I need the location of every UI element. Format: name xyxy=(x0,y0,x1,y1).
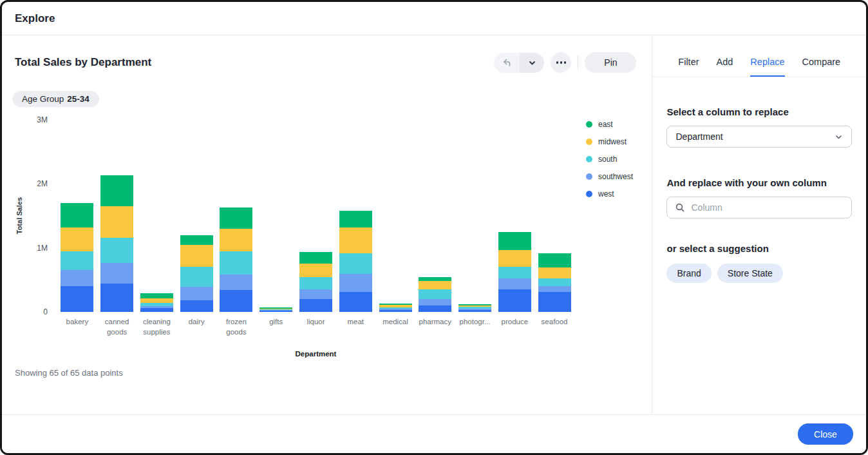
bar-dairy[interactable] xyxy=(180,235,213,312)
toolbar-divider xyxy=(578,55,578,70)
x-tick-label-frozen-goods: frozen goods xyxy=(216,317,256,337)
chevron-down-icon xyxy=(528,59,536,67)
bar-segment-midwest[interactable] xyxy=(538,267,571,279)
bar-segment-midwest[interactable] xyxy=(61,228,93,251)
bar-segment-midwest[interactable] xyxy=(100,206,133,238)
x-axis-title: Department xyxy=(53,350,578,358)
bar-photography[interactable] xyxy=(458,304,491,312)
bar-segment-west[interactable] xyxy=(379,310,412,312)
tab-add[interactable]: Add xyxy=(717,57,733,77)
bar-segment-west[interactable] xyxy=(419,305,451,312)
bar-segment-south[interactable] xyxy=(339,253,372,275)
legend-dot-east xyxy=(586,121,592,128)
bar-segment-west[interactable] xyxy=(259,311,292,312)
column-to-replace-dropdown[interactable]: Department xyxy=(666,126,852,148)
bar-segment-east[interactable] xyxy=(339,211,372,228)
bar-segment-midwest[interactable] xyxy=(498,250,531,267)
bar-segment-southwest[interactable] xyxy=(498,278,531,289)
bar-produce[interactable] xyxy=(498,232,531,312)
bar-segment-southwest[interactable] xyxy=(61,270,93,287)
bar-segment-west[interactable] xyxy=(458,310,491,312)
bar-segment-east[interactable] xyxy=(180,235,213,245)
bar-seafood[interactable] xyxy=(538,253,571,312)
bar-segment-east[interactable] xyxy=(498,232,531,250)
bar-segment-midwest[interactable] xyxy=(140,298,173,303)
bar-segment-southwest[interactable] xyxy=(180,287,213,300)
bar-bakery[interactable] xyxy=(61,203,93,312)
legend-item-east[interactable]: east xyxy=(586,120,633,129)
bar-canned-goods[interactable] xyxy=(100,175,133,312)
bar-segment-south[interactable] xyxy=(61,251,93,270)
tab-filter[interactable]: Filter xyxy=(678,57,699,77)
bar-segment-southwest[interactable] xyxy=(220,275,252,290)
bar-pharmacy[interactable] xyxy=(419,277,451,312)
bar-segment-west[interactable] xyxy=(220,290,252,312)
bar-segment-midwest[interactable] xyxy=(220,229,252,251)
bar-segment-southwest[interactable] xyxy=(299,289,332,299)
bar-gifts[interactable] xyxy=(259,307,292,312)
bar-segment-east[interactable] xyxy=(299,252,332,264)
bar-segment-south[interactable] xyxy=(180,267,213,287)
bar-segment-west[interactable] xyxy=(140,308,173,312)
bar-segment-south[interactable] xyxy=(299,277,332,289)
chevron-down-icon xyxy=(835,133,843,141)
pin-button[interactable]: Pin xyxy=(585,52,636,73)
bar-segment-west[interactable] xyxy=(498,289,531,312)
bar-segment-west[interactable] xyxy=(538,292,571,312)
filter-chip-age-group[interactable]: Age Group 25-34 xyxy=(12,91,99,107)
bar-segment-west[interactable] xyxy=(61,286,93,312)
bar-segment-south[interactable] xyxy=(498,267,531,278)
bar-frozen-goods[interactable] xyxy=(220,208,252,312)
bar-segment-east[interactable] xyxy=(140,293,173,298)
undo-button[interactable] xyxy=(494,53,520,73)
bar-medical[interactable] xyxy=(379,304,412,312)
legend-item-southwest[interactable]: southwest xyxy=(586,172,633,181)
bar-segment-west[interactable] xyxy=(299,299,332,312)
bar-segment-midwest[interactable] xyxy=(419,281,451,289)
bar-meat[interactable] xyxy=(339,211,372,312)
legend-label-west: west xyxy=(598,189,614,198)
undo-icon xyxy=(502,57,512,68)
bar-segment-east[interactable] xyxy=(538,253,571,267)
bar-segment-southwest[interactable] xyxy=(538,286,571,292)
suggestion-chip-store-state[interactable]: Store State xyxy=(717,264,783,283)
data-points-status: Showing 65 of 65 data points xyxy=(15,368,652,378)
bar-segment-east[interactable] xyxy=(100,175,133,206)
tab-replace[interactable]: Replace xyxy=(750,57,784,77)
column-search-input[interactable] xyxy=(691,202,844,213)
legend-item-west[interactable]: west xyxy=(586,189,633,198)
bar-cell xyxy=(57,203,97,312)
tab-compare[interactable]: Compare xyxy=(802,57,841,77)
legend-label-east: east xyxy=(598,120,613,129)
explore-side-panel: Filter Add Replace Compare Select a colu… xyxy=(652,35,866,418)
bar-segment-southwest[interactable] xyxy=(419,299,451,305)
bar-segment-southwest[interactable] xyxy=(339,274,372,292)
bar-segment-south[interactable] xyxy=(538,278,571,286)
select-column-label: Select a column to replace xyxy=(666,106,852,117)
bar-segment-south[interactable] xyxy=(419,289,451,299)
chart-panel: Total Sales by Department xyxy=(2,35,652,418)
bar-segment-midwest[interactable] xyxy=(180,245,213,267)
bar-segment-east[interactable] xyxy=(220,208,252,229)
legend-item-south[interactable]: south xyxy=(586,155,633,164)
bar-cleaning-supplies[interactable] xyxy=(140,293,173,312)
close-button[interactable]: Close xyxy=(798,423,853,445)
legend-item-midwest[interactable]: midwest xyxy=(586,137,633,146)
bar-segment-south[interactable] xyxy=(100,238,133,263)
bar-segment-midwest[interactable] xyxy=(339,228,372,253)
bar-segment-west[interactable] xyxy=(180,300,213,312)
bar-cell xyxy=(216,208,256,312)
ellipsis-icon xyxy=(556,61,558,63)
x-tick-label-liquor: liquor xyxy=(296,317,336,337)
bar-segment-west[interactable] xyxy=(100,284,133,312)
x-tick-label-produce: produce xyxy=(495,317,534,337)
more-options-button[interactable] xyxy=(551,52,571,73)
bar-segment-southwest[interactable] xyxy=(100,263,133,284)
bar-liquor[interactable] xyxy=(299,252,332,312)
bar-segment-east[interactable] xyxy=(61,203,93,228)
suggestion-chip-brand[interactable]: Brand xyxy=(666,264,711,283)
bar-segment-west[interactable] xyxy=(339,292,372,312)
undo-dropdown-button[interactable] xyxy=(520,53,544,73)
bar-segment-midwest[interactable] xyxy=(299,264,332,277)
bar-segment-south[interactable] xyxy=(220,251,252,275)
